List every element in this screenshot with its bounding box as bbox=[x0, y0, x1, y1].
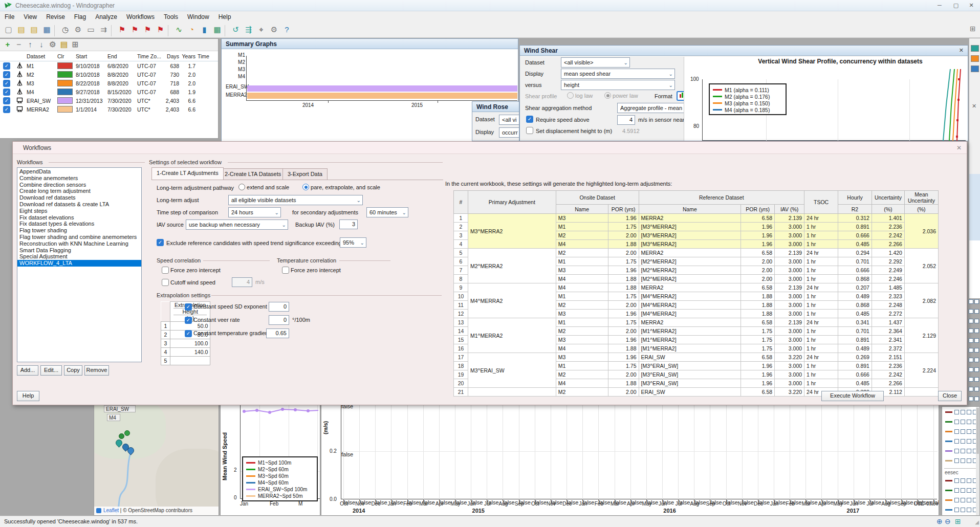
scrollbar[interactable] bbox=[976, 407, 979, 516]
series-checkbox[interactable] bbox=[969, 367, 973, 372]
series-checkbox[interactable] bbox=[974, 358, 979, 362]
gear-icon[interactable]: ⚙ bbox=[72, 24, 84, 36]
workflow-list[interactable]: AppendDataCombine anemometersCombine dir… bbox=[17, 167, 142, 362]
new-file-icon[interactable]: ▢ bbox=[2, 24, 15, 36]
menu-help[interactable]: Help bbox=[214, 11, 236, 23]
series-checkbox[interactable] bbox=[969, 358, 973, 362]
series-checkbox[interactable] bbox=[961, 429, 965, 434]
dataset-tool-move-up[interactable]: ↑ bbox=[25, 39, 36, 50]
menu-revise[interactable]: Revise bbox=[41, 11, 70, 23]
col-timezone[interactable]: Time Zo... bbox=[136, 53, 162, 59]
undo-icon[interactable]: ↺ bbox=[229, 24, 242, 36]
calendar-icon[interactable]: ⊞ bbox=[955, 517, 961, 525]
ws-powerlaw-radio[interactable]: power law bbox=[604, 92, 638, 99]
execute-workflow-button[interactable]: Execute Workflow bbox=[821, 391, 884, 401]
series-checkbox[interactable] bbox=[974, 397, 979, 401]
close-button[interactable]: ✕ bbox=[964, 0, 979, 11]
shift-icon[interactable]: ⇉ bbox=[97, 24, 110, 36]
col-clr[interactable]: Clr bbox=[56, 53, 75, 59]
series-checkbox[interactable] bbox=[954, 439, 959, 444]
extrap-row[interactable]: 4140.0 bbox=[161, 348, 210, 357]
tab-create-lta-datasets[interactable]: 2-Create LTA Datasets bbox=[220, 168, 286, 180]
wind-rose-title[interactable]: Wind Rose bbox=[472, 102, 519, 112]
map-window[interactable]: ERAI_SW M4 Leaflet | © OpenStreetMap con… bbox=[94, 402, 219, 516]
dataset-color-swatch[interactable] bbox=[56, 80, 75, 86]
series-checkbox[interactable] bbox=[967, 420, 971, 424]
tools-gear-icon[interactable]: ⚙ bbox=[268, 24, 280, 36]
workflow-edit-button[interactable]: Edit... bbox=[40, 365, 62, 376]
extrap-row[interactable]: 3100.0 bbox=[161, 339, 210, 348]
workflow-remove-button[interactable]: Remove bbox=[84, 365, 109, 376]
series-checkbox[interactable] bbox=[961, 410, 965, 414]
dataset-color-swatch[interactable] bbox=[56, 71, 75, 78]
dataset-checkbox[interactable]: ✓ bbox=[0, 89, 13, 96]
col-dataset[interactable]: Dataset bbox=[26, 53, 56, 59]
target-icon[interactable]: ⌖ bbox=[255, 24, 268, 36]
exclude-select[interactable]: 95%⌄ bbox=[340, 237, 366, 248]
lt-row[interactable]: 17M3^ERAI_SWM31.96ERAI_SW6.583.22024 hr0… bbox=[454, 353, 939, 362]
extrap-row[interactable]: 5 bbox=[161, 357, 210, 365]
ws-require-speed-checkbox[interactable]: ✓ bbox=[526, 116, 533, 123]
series-checkbox[interactable] bbox=[974, 328, 979, 333]
chart-pie-icon[interactable]: ◔ bbox=[185, 24, 198, 36]
chart-bar-icon[interactable]: ▮ bbox=[198, 24, 211, 36]
wind-shear-close-icon[interactable]: ✕ bbox=[959, 47, 964, 54]
flag-clear-icon[interactable]: ⚑ bbox=[154, 24, 167, 36]
series-checkbox[interactable] bbox=[954, 429, 959, 434]
series-checkbox[interactable] bbox=[954, 488, 959, 493]
menu-tools[interactable]: Tools bbox=[159, 11, 183, 23]
workflow-item[interactable]: Flag tower shading and combine anemomete… bbox=[17, 234, 141, 240]
workflow-item[interactable]: Download ref datasets & create LTA bbox=[17, 201, 141, 208]
workflow-item[interactable]: Download ref datasets bbox=[17, 194, 141, 201]
series-checkbox[interactable] bbox=[974, 387, 979, 391]
workflow-item[interactable]: Create long term adjustment bbox=[17, 188, 141, 194]
workflow-item[interactable]: Smart Data Flagging bbox=[17, 247, 141, 254]
backup-iav-input[interactable]: 3 bbox=[339, 219, 358, 229]
series-checkbox[interactable] bbox=[967, 449, 971, 453]
sd-exponent-checkbox[interactable]: ✓ Constant speed SD exponent bbox=[185, 303, 267, 311]
menu-flag[interactable]: Flag bbox=[70, 11, 91, 23]
veer-rate-input[interactable]: 0 bbox=[269, 315, 289, 325]
tab-create-lt-adjustments[interactable]: 1-Create LT Adjustments bbox=[151, 167, 224, 180]
series-checkbox[interactable] bbox=[954, 458, 959, 463]
veer-rate-checkbox[interactable]: ✓ Constant veer rate bbox=[185, 317, 240, 324]
map-marker-green[interactable] bbox=[119, 433, 124, 439]
ws-display-select[interactable]: mean speed shear⌄ bbox=[561, 69, 675, 79]
menu-window[interactable]: Window bbox=[183, 11, 214, 23]
series-checkbox[interactable] bbox=[961, 439, 965, 444]
help-icon[interactable]: ? bbox=[280, 24, 293, 36]
leaflet-link[interactable]: Leaflet bbox=[103, 508, 119, 513]
temp-force-zero-checkbox[interactable]: ✓ Force zero intercept bbox=[282, 267, 341, 274]
ws-dataset-select[interactable]: <all visible>⌄ bbox=[561, 57, 630, 68]
series-checkbox[interactable] bbox=[974, 319, 979, 323]
col-end[interactable]: End bbox=[106, 53, 136, 59]
lt-row[interactable]: 5M2^MERRA2M22.00MERRA26.582.13924 hr0.29… bbox=[454, 249, 939, 257]
secondary-select[interactable]: 60 minutes⌄ bbox=[366, 207, 408, 217]
wind-shear-title[interactable]: Wind Shear bbox=[520, 46, 968, 56]
dataset-tool-open[interactable]: ▤ bbox=[58, 39, 70, 50]
series-checkbox[interactable] bbox=[969, 377, 973, 382]
workflows-dialog-title[interactable]: Workflows ✕ bbox=[13, 142, 967, 154]
series-checkbox[interactable] bbox=[954, 498, 959, 502]
clock-icon[interactable]: ◷ bbox=[59, 24, 72, 36]
pathway-pare-radio[interactable]: pare, extrapolate, and scale bbox=[302, 184, 380, 190]
menu-workflows[interactable]: Workflows bbox=[122, 11, 159, 23]
series-checkbox[interactable] bbox=[967, 478, 971, 483]
ws-loglaw-radio[interactable]: log law bbox=[567, 92, 593, 99]
lt-row[interactable]: 1M3^MERRA2M31.96MERRA26.582.13924 hr0.31… bbox=[454, 214, 939, 223]
zoom-in-icon[interactable]: ⊕ bbox=[937, 517, 943, 525]
series-checkbox[interactable] bbox=[967, 488, 971, 493]
col-time[interactable]: Time bbox=[197, 53, 217, 59]
series-checkbox[interactable] bbox=[974, 309, 979, 314]
series-checkbox[interactable] bbox=[961, 508, 965, 512]
ruler-icon[interactable]: ▭ bbox=[84, 24, 97, 36]
close-dialog-button[interactable]: Close bbox=[938, 391, 962, 401]
flag-play-icon[interactable]: ⚑ bbox=[116, 24, 128, 36]
maximize-button[interactable]: ▢ bbox=[948, 0, 964, 11]
help-button[interactable]: Help bbox=[17, 391, 39, 401]
series-checkbox[interactable] bbox=[974, 367, 979, 372]
workflow-add-button[interactable]: Add... bbox=[17, 365, 38, 376]
chart-table-icon[interactable]: ▦ bbox=[211, 24, 224, 36]
ws-versus-select[interactable]: height⌄ bbox=[561, 80, 675, 90]
dataset-color-swatch[interactable] bbox=[56, 106, 75, 113]
